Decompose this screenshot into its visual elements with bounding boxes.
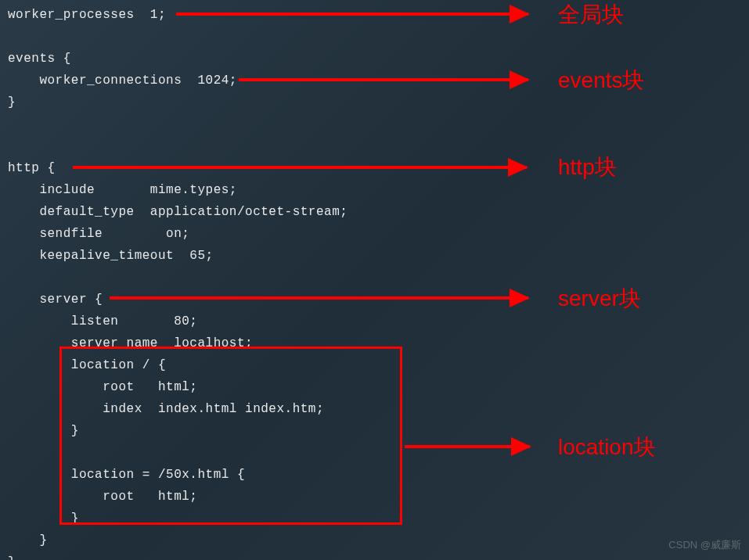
code-line: worker_connections 1024; — [8, 74, 237, 88]
arrow-location — [405, 445, 530, 448]
code-line: worker_processes 1; — [8, 8, 166, 22]
code-line: } — [8, 555, 16, 560]
label-events: events块 — [558, 66, 645, 95]
arrow-server — [110, 296, 528, 300]
code-line: events { — [8, 52, 71, 66]
code-line: default_type application/octet-stream; — [8, 205, 347, 219]
code-line: listen 80; — [8, 314, 197, 328]
code-line: http { — [8, 161, 56, 175]
label-global: 全局块 — [558, 0, 624, 30]
location-highlight-box — [59, 346, 402, 525]
code-line: } — [8, 533, 48, 547]
label-http: http块 — [558, 153, 617, 182]
arrow-http — [73, 166, 527, 169]
code-line: sendfile on; — [8, 227, 189, 241]
watermark-text: CSDN @威廉斯 — [668, 538, 741, 552]
code-line: } — [8, 95, 16, 109]
arrow-global — [176, 13, 528, 16]
label-server: server块 — [558, 284, 641, 314]
arrow-events — [239, 78, 528, 81]
label-location: location块 — [558, 433, 656, 462]
code-line: server { — [8, 293, 103, 307]
code-line: include mime.types; — [8, 183, 237, 197]
code-line: keepalive_timeout 65; — [8, 249, 214, 263]
